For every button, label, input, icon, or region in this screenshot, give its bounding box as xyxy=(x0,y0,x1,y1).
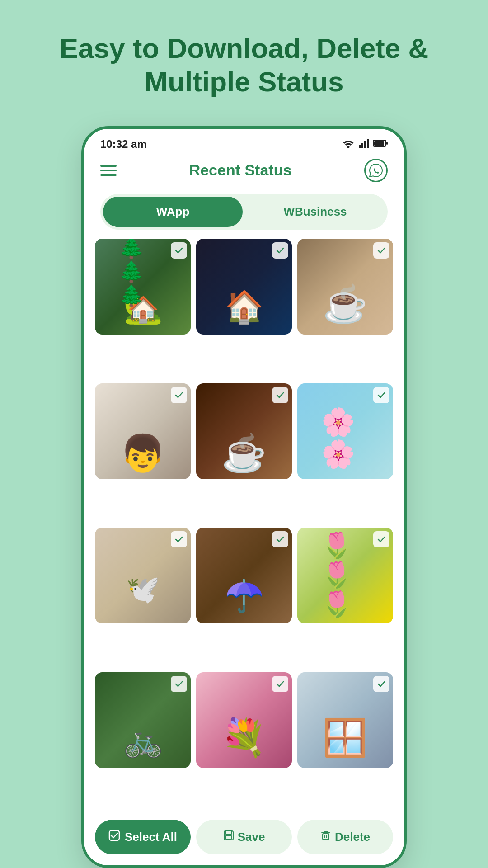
checkbox-12[interactable] xyxy=(373,676,389,692)
status-icons xyxy=(343,139,388,150)
tabs-container: WApp WBusiness xyxy=(100,194,388,230)
checkbox-2[interactable] xyxy=(272,242,288,259)
battery-icon xyxy=(373,139,388,149)
checkbox-8[interactable] xyxy=(272,531,288,547)
delete-icon xyxy=(320,830,331,844)
bottom-bar: Select All Save xyxy=(84,811,404,865)
svg-rect-1 xyxy=(359,145,361,148)
image-grid xyxy=(84,239,404,811)
hamburger-menu-button[interactable] xyxy=(100,165,117,176)
list-item[interactable] xyxy=(196,239,292,335)
svg-rect-3 xyxy=(364,141,366,148)
svg-rect-7 xyxy=(386,142,388,145)
list-item[interactable] xyxy=(297,528,393,623)
list-item[interactable] xyxy=(196,528,292,623)
list-item[interactable] xyxy=(297,239,393,335)
svg-rect-4 xyxy=(367,139,369,148)
whatsapp-icon[interactable] xyxy=(364,159,388,182)
list-item[interactable] xyxy=(95,528,191,623)
list-item[interactable] xyxy=(196,383,292,479)
tab-wbusiness[interactable]: WBusiness xyxy=(245,197,385,227)
checkbox-6[interactable] xyxy=(373,387,389,403)
app-title: Recent Status xyxy=(189,161,292,179)
phone-frame: 10:32 am xyxy=(81,126,407,868)
list-item[interactable] xyxy=(297,383,393,479)
checkbox-5[interactable] xyxy=(272,387,288,403)
hero-title: Easy to Download, Delete & Multiple Stat… xyxy=(0,32,488,99)
checkbox-7[interactable] xyxy=(171,531,187,547)
svg-rect-6 xyxy=(374,141,384,146)
checkbox-11[interactable] xyxy=(272,676,288,692)
app-header: Recent Status xyxy=(84,154,404,189)
svg-rect-11 xyxy=(225,836,232,839)
tab-wapp[interactable]: WApp xyxy=(103,197,243,227)
checkbox-4[interactable] xyxy=(171,387,187,403)
list-item[interactable] xyxy=(95,239,191,335)
select-all-icon xyxy=(108,830,120,844)
status-bar: 10:32 am xyxy=(84,129,404,154)
list-item[interactable] xyxy=(196,672,292,768)
checkbox-9[interactable] xyxy=(373,531,389,547)
save-button[interactable]: Save xyxy=(196,820,292,854)
checkbox-3[interactable] xyxy=(373,242,389,259)
save-icon xyxy=(223,830,234,844)
signal-icon xyxy=(359,139,369,150)
delete-button[interactable]: Delete xyxy=(297,820,393,854)
checkbox-1[interactable] xyxy=(171,242,187,259)
svg-rect-10 xyxy=(226,831,231,835)
status-time: 10:32 am xyxy=(100,138,147,151)
select-all-button[interactable]: Select All xyxy=(95,820,191,854)
list-item[interactable] xyxy=(297,672,393,768)
list-item[interactable] xyxy=(95,672,191,768)
select-all-label: Select All xyxy=(125,830,177,844)
svg-rect-2 xyxy=(361,143,363,148)
checkbox-10[interactable] xyxy=(171,676,187,692)
delete-label: Delete xyxy=(335,830,370,844)
wifi-icon xyxy=(343,139,354,150)
svg-rect-12 xyxy=(323,834,329,840)
save-label: Save xyxy=(238,830,265,844)
svg-point-0 xyxy=(347,146,350,148)
list-item[interactable] xyxy=(95,383,191,479)
